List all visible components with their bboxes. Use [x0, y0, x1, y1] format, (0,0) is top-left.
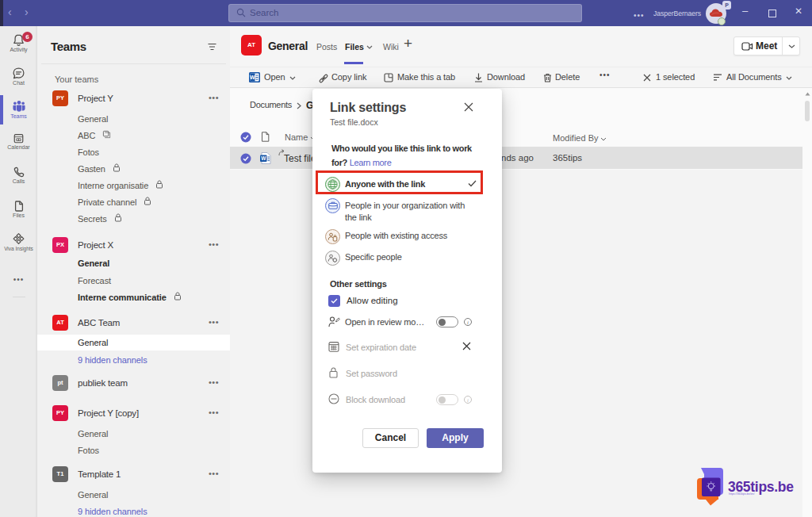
svg-text:W: W [261, 155, 266, 161]
svg-text:https://365tips.be/en/: https://365tips.be/en/ [729, 492, 755, 496]
svg-text:W: W [250, 75, 255, 80]
